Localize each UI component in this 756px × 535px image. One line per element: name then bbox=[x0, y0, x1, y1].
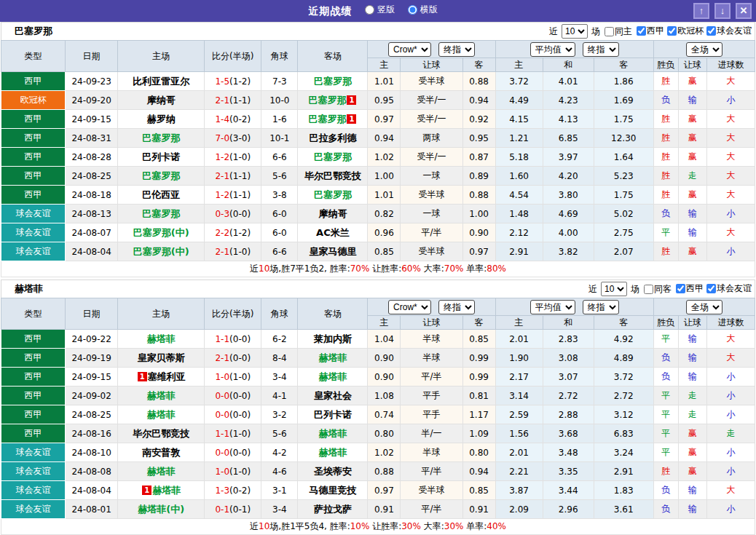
outcome-value: 输 bbox=[678, 223, 706, 242]
home-team: 1赫塔菲 bbox=[118, 481, 205, 500]
match-date: 24-08-01 bbox=[66, 500, 118, 519]
outcome-value: 大 bbox=[706, 148, 755, 167]
match-count-select[interactable]: 10 bbox=[562, 24, 588, 39]
average-odds-value: 6.85 bbox=[543, 129, 594, 148]
move-up-button[interactable]: ↑ bbox=[693, 3, 709, 19]
average-odds-value: 3.44 bbox=[543, 481, 594, 500]
outcome-value: 小 bbox=[706, 242, 755, 261]
fulltime-select[interactable]: 全场 bbox=[686, 300, 722, 314]
league-filter[interactable]: 欧冠杯 bbox=[664, 25, 704, 37]
average-odds-value: 1.60 bbox=[495, 167, 543, 186]
handicap-odds-value: 0.97 bbox=[462, 242, 495, 261]
average-odds-value: 4.15 bbox=[495, 110, 543, 129]
home-team: 巴塞罗那 bbox=[118, 129, 205, 148]
corner-count: 1-6 bbox=[261, 110, 298, 129]
match-date: 24-08-25 bbox=[66, 167, 118, 186]
average-odds-value: 3.87 bbox=[495, 481, 543, 500]
league-type-badge: 球会友谊 bbox=[1, 443, 66, 462]
average-select[interactable]: 平均值 bbox=[530, 42, 575, 57]
same-venue-filter[interactable]: 同主 bbox=[602, 25, 632, 38]
close-button[interactable]: ✕ bbox=[736, 3, 752, 19]
outcome-value: 大 bbox=[706, 481, 755, 500]
handicap-odds-value: 两球 bbox=[401, 129, 462, 148]
handicap-odds-value: 半球 bbox=[401, 330, 462, 349]
col-header-type: 类型 bbox=[1, 298, 66, 330]
average-odds-value: 1.48 bbox=[495, 205, 543, 223]
league-checkbox[interactable] bbox=[706, 284, 716, 293]
handicap-odds-value: 0.87 bbox=[462, 148, 495, 167]
league-filter[interactable]: 西甲 bbox=[634, 25, 664, 37]
league-filter[interactable]: 西甲 bbox=[673, 282, 704, 295]
home-team: 1塞维利亚 bbox=[118, 368, 205, 387]
down-arrow-icon: ↓ bbox=[720, 5, 725, 16]
league-filter[interactable]: 球会友谊 bbox=[704, 25, 752, 37]
league-checkbox[interactable] bbox=[676, 284, 685, 293]
move-down-button[interactable]: ↓ bbox=[714, 3, 731, 19]
odds-stage-select[interactable]: 终指 bbox=[438, 42, 475, 57]
handicap-odds-value: 一球 bbox=[401, 205, 462, 223]
handicap-odds-value: 0.97 bbox=[368, 481, 401, 500]
handicap-odds-value: 1.01 bbox=[368, 186, 401, 205]
handicap-odds-value: 0.89 bbox=[462, 167, 495, 186]
average-odds-value: 2.01 bbox=[495, 443, 543, 462]
team-section: 赫塔菲 近 10 场 同客 西甲球会友谊 类型 日期 bbox=[1, 280, 755, 535]
league-checkbox[interactable] bbox=[706, 26, 716, 36]
league-checkbox[interactable] bbox=[667, 26, 677, 36]
average-odds-value: 2.01 bbox=[495, 330, 543, 349]
odds-stage-select-2[interactable]: 终指 bbox=[583, 42, 619, 57]
score-cell: 1-4(0-2) bbox=[205, 110, 261, 129]
average-odds-value: 3.07 bbox=[543, 368, 594, 387]
away-team: 赫塔菲 bbox=[298, 424, 368, 443]
col-header-type: 类型 bbox=[1, 41, 66, 72]
average-odds-value: 4.69 bbox=[543, 205, 594, 223]
league-checkbox[interactable] bbox=[637, 26, 646, 36]
col-header-corner: 角球 bbox=[261, 41, 298, 72]
corner-count: 10-1 bbox=[261, 129, 298, 148]
average-odds-value: 4.92 bbox=[594, 330, 653, 349]
outcome-value: 大 bbox=[706, 223, 755, 242]
outcome-value: 平 bbox=[653, 387, 678, 405]
same-venue-checkbox[interactable] bbox=[644, 285, 653, 294]
outcome-value: 大 bbox=[706, 167, 755, 186]
bookmaker-select[interactable]: Crow* bbox=[388, 300, 431, 314]
outcome-value: 胜 bbox=[653, 167, 678, 186]
layout-horizontal-option[interactable]: 横版 bbox=[408, 4, 438, 16]
sub-header-avg-home: 主 bbox=[495, 316, 543, 330]
bookmaker-select[interactable]: Crow* bbox=[388, 42, 431, 57]
fulltime-result-group: 全场 bbox=[653, 41, 755, 58]
odds-stage-select-2[interactable]: 终指 bbox=[583, 300, 619, 314]
score-cell: 2-1(0-0) bbox=[205, 349, 261, 368]
league-filters: 西甲欧冠杯球会友谊 bbox=[634, 25, 752, 38]
layout-vertical-option[interactable]: 竖版 bbox=[365, 4, 395, 16]
match-count-select[interactable]: 10 bbox=[601, 282, 627, 296]
match-date: 24-09-20 bbox=[66, 91, 118, 110]
handicap-odds-value: 0.82 bbox=[368, 205, 401, 223]
handicap-odds-value: 0.88 bbox=[462, 72, 495, 91]
outcome-value: 赢 bbox=[678, 72, 706, 91]
average-select[interactable]: 平均值 bbox=[530, 300, 575, 314]
score-cell: 2-1(1-1) bbox=[205, 91, 261, 110]
horizontal-layout-radio[interactable] bbox=[408, 5, 417, 15]
score-cell: 1-2(1-0) bbox=[205, 148, 261, 167]
sub-header-home-odds: 主 bbox=[368, 58, 401, 72]
home-team: 毕尔巴鄂竞技 bbox=[118, 424, 205, 443]
average-odds-value: 1.83 bbox=[594, 481, 653, 500]
vertical-layout-radio[interactable] bbox=[365, 5, 374, 15]
odds-stage-select[interactable]: 终指 bbox=[438, 300, 475, 314]
home-team: 赫塔菲 bbox=[118, 405, 205, 424]
outcome-value: 赢 bbox=[678, 110, 706, 129]
league-filter[interactable]: 球会友谊 bbox=[704, 282, 752, 295]
corner-count: 10-0 bbox=[261, 91, 298, 110]
away-team: 巴拉多利德 bbox=[298, 129, 368, 148]
corner-count: 8-4 bbox=[261, 349, 298, 368]
fulltime-select[interactable]: 全场 bbox=[686, 42, 722, 57]
outcome-value: 输 bbox=[678, 91, 706, 110]
league-type-badge: 西甲 bbox=[1, 167, 66, 186]
handicap-odds-value: 0.90 bbox=[368, 349, 401, 368]
home-team: 皇家贝蒂斯 bbox=[118, 349, 205, 368]
results-table: 类型 日期 主场 比分(半场) 角球 客场 Crow* 终指 平均值 终指 bbox=[1, 40, 755, 277]
same-venue-filter[interactable]: 同客 bbox=[641, 283, 672, 296]
outcome-value: 小 bbox=[706, 500, 755, 519]
same-venue-checkbox[interactable] bbox=[605, 27, 614, 36]
horizontal-layout-label: 横版 bbox=[420, 4, 438, 16]
